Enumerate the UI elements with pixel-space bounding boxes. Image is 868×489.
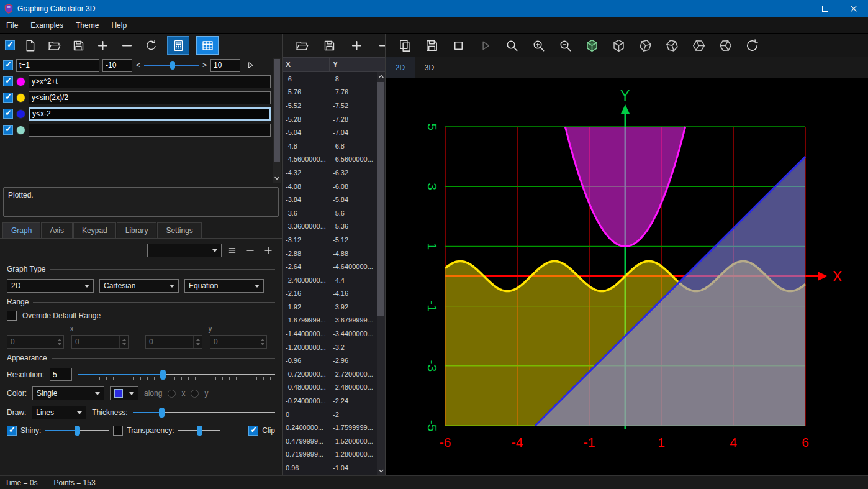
along-y-radio[interactable] bbox=[191, 390, 199, 398]
equation-enabled-checkbox[interactable] bbox=[3, 109, 13, 119]
parameter-decrement-button[interactable]: < bbox=[135, 61, 141, 70]
table-row[interactable]: -3.84-5.84 bbox=[283, 193, 385, 206]
table-row[interactable]: -1.4400000...-3.4400000... bbox=[283, 327, 385, 340]
slider-thumb[interactable] bbox=[160, 370, 166, 380]
color-swatch-select[interactable] bbox=[110, 386, 138, 400]
view-default-button[interactable] bbox=[582, 36, 601, 55]
range-x-min-spinner[interactable]: 0 bbox=[7, 335, 64, 349]
minimize-button[interactable] bbox=[782, 0, 811, 17]
table-row[interactable]: -3.3600000...-5.36 bbox=[283, 220, 385, 234]
list-button[interactable] bbox=[225, 244, 240, 257]
slider-thumb[interactable] bbox=[170, 61, 175, 70]
tab-2d[interactable]: 2D bbox=[386, 57, 415, 78]
override-range-checkbox[interactable] bbox=[7, 311, 17, 321]
equation-color-swatch[interactable] bbox=[16, 126, 25, 135]
scroll-up-button[interactable] bbox=[377, 72, 385, 81]
table-row[interactable]: -5.52-7.52 bbox=[283, 99, 385, 112]
save-file-button[interactable] bbox=[69, 36, 88, 55]
saved-graph-select[interactable] bbox=[147, 244, 222, 257]
tab-library[interactable]: Library bbox=[117, 222, 157, 238]
maximize-button[interactable] bbox=[811, 0, 839, 17]
play-button[interactable] bbox=[476, 36, 494, 55]
equation-color-swatch[interactable] bbox=[16, 77, 25, 86]
equation-color-swatch[interactable] bbox=[16, 109, 25, 119]
thickness-slider[interactable] bbox=[133, 407, 275, 418]
zoom-in-button[interactable] bbox=[529, 36, 548, 55]
equation-enabled-checkbox[interactable] bbox=[3, 93, 13, 103]
coordinate-system-select[interactable]: Cartesian bbox=[99, 279, 179, 293]
add-row-button[interactable] bbox=[347, 36, 366, 55]
menu-file[interactable]: File bbox=[0, 17, 24, 33]
table-row[interactable]: -1.6799999...-3.6799999... bbox=[283, 314, 385, 327]
tab-keypad[interactable]: Keypad bbox=[73, 222, 116, 238]
slider-thumb[interactable] bbox=[159, 408, 165, 418]
equation-color-swatch[interactable] bbox=[16, 93, 25, 103]
view-top-button[interactable] bbox=[716, 36, 735, 55]
table-row[interactable]: -4.8-6.8 bbox=[283, 139, 385, 153]
table-row[interactable]: -2.88-4.88 bbox=[283, 247, 385, 260]
table-row[interactable]: -0.4800000...-2.4800000... bbox=[283, 381, 385, 395]
spin-down-icon[interactable] bbox=[261, 343, 264, 345]
spin-up-icon[interactable] bbox=[58, 339, 61, 341]
equations-scrollbar[interactable] bbox=[273, 58, 281, 183]
table-row[interactable]: 0.2400000...-1.7599999... bbox=[283, 421, 385, 434]
range-x-max-spinner[interactable]: 0 bbox=[71, 335, 129, 349]
dimension-select[interactable]: 2D bbox=[7, 279, 94, 293]
plot-canvas[interactable]: -6-4-1146531-1-3-5XY bbox=[386, 78, 868, 475]
parameter-enabled-checkbox[interactable] bbox=[3, 60, 13, 70]
equation-enabled-checkbox[interactable] bbox=[3, 76, 13, 86]
table-row[interactable]: -1.2000000...-3.2 bbox=[283, 340, 385, 354]
equation-input[interactable] bbox=[29, 124, 271, 137]
equation-input[interactable] bbox=[29, 75, 271, 88]
open-table-button[interactable] bbox=[292, 36, 311, 55]
table-row[interactable]: -0.2400000...-2.24 bbox=[283, 394, 385, 408]
parameter-max-input[interactable] bbox=[210, 59, 240, 72]
table-row[interactable]: -5.76-7.76 bbox=[283, 86, 385, 99]
view-front-button[interactable] bbox=[609, 36, 628, 55]
spin-down-icon[interactable] bbox=[58, 343, 61, 345]
remove-row-button[interactable] bbox=[374, 36, 386, 55]
shiny-checkbox[interactable] bbox=[7, 426, 17, 436]
add-equation-button[interactable] bbox=[93, 36, 112, 55]
open-file-button[interactable] bbox=[45, 36, 63, 55]
spin-down-icon[interactable] bbox=[122, 343, 126, 345]
range-y-max-spinner[interactable]: 0 bbox=[210, 335, 267, 349]
draw-mode-select[interactable]: Lines bbox=[32, 406, 86, 419]
new-file-button[interactable] bbox=[20, 36, 39, 55]
remove-equation-button[interactable] bbox=[117, 36, 136, 55]
table-view-toggle[interactable] bbox=[196, 36, 219, 55]
equation-enabled-checkbox[interactable] bbox=[3, 125, 13, 135]
menu-help[interactable]: Help bbox=[105, 17, 133, 33]
shiny-slider[interactable] bbox=[45, 425, 109, 436]
remove-graph-button[interactable] bbox=[243, 244, 258, 257]
save-image-button[interactable] bbox=[422, 36, 441, 55]
scroll-down-button[interactable] bbox=[377, 467, 385, 475]
slider-thumb[interactable] bbox=[75, 426, 80, 436]
table-row[interactable]: 0.7199999...-1.2800000... bbox=[283, 448, 385, 462]
resolution-input[interactable] bbox=[50, 368, 72, 381]
transparency-checkbox[interactable] bbox=[113, 426, 123, 436]
table-row[interactable]: -5.28-7.28 bbox=[283, 112, 385, 126]
column-header-y[interactable]: Y bbox=[330, 60, 385, 69]
table-row[interactable]: -6-8 bbox=[283, 72, 385, 86]
spin-down-icon[interactable] bbox=[196, 343, 200, 345]
animate-parameter-button[interactable] bbox=[243, 58, 257, 72]
table-row[interactable]: -1.92-3.92 bbox=[283, 300, 385, 314]
table-row[interactable]: -0.7200000...-2.7200000... bbox=[283, 367, 385, 381]
scrollbar-thumb[interactable] bbox=[377, 82, 384, 316]
select-all-checkbox[interactable] bbox=[5, 40, 15, 50]
add-graph-button[interactable] bbox=[261, 244, 276, 257]
tab-graph[interactable]: Graph bbox=[2, 222, 40, 238]
auto-rotate-button[interactable] bbox=[743, 36, 761, 55]
table-row[interactable]: -2.16-4.16 bbox=[283, 287, 385, 301]
table-row[interactable]: -2.4000000...-4.4 bbox=[283, 273, 385, 287]
menu-theme[interactable]: Theme bbox=[70, 17, 105, 33]
table-row[interactable]: -4.08-6.08 bbox=[283, 180, 385, 193]
spin-up-icon[interactable] bbox=[122, 339, 126, 341]
table-row[interactable]: -3.12-5.12 bbox=[283, 233, 385, 247]
zoom-fit-button[interactable] bbox=[502, 36, 521, 55]
along-x-radio[interactable] bbox=[168, 390, 176, 398]
close-button[interactable] bbox=[839, 0, 868, 17]
table-row[interactable]: 0.96-1.04 bbox=[283, 461, 385, 475]
view-right-button[interactable] bbox=[689, 36, 708, 55]
